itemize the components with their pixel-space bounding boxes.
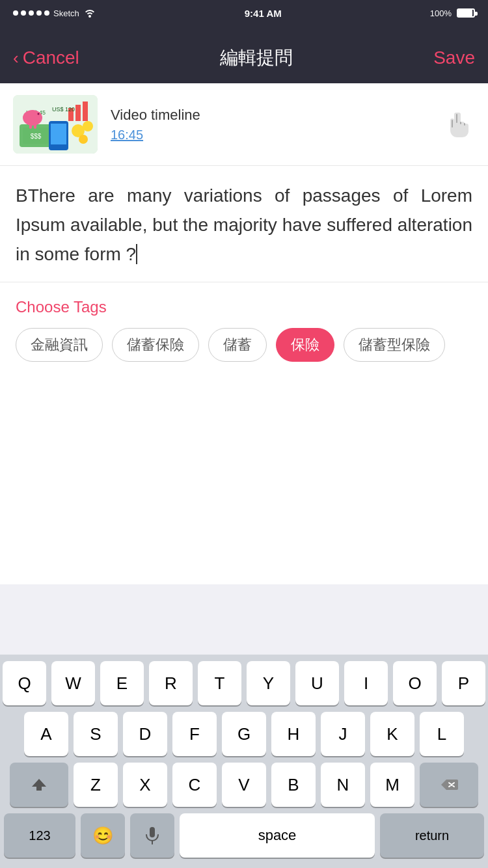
hand-raise-icon[interactable] bbox=[442, 108, 475, 141]
key-p[interactable]: P bbox=[442, 661, 485, 705]
tags-label: Choose Tags bbox=[16, 298, 472, 316]
key-i[interactable]: I bbox=[344, 661, 388, 705]
key-j[interactable]: J bbox=[321, 712, 365, 756]
key-u[interactable]: U bbox=[295, 661, 339, 705]
key-l[interactable]: L bbox=[420, 712, 464, 756]
key-b[interactable]: B bbox=[271, 763, 316, 807]
signal-dots bbox=[13, 10, 49, 16]
keyboard-row-2: A S D F G H J K L bbox=[3, 712, 485, 756]
tags-section: Choose Tags 金融資訊 儲蓄保險 儲蓄 保險 儲蓄型保險 bbox=[0, 282, 488, 377]
status-left: Sketch bbox=[13, 7, 96, 20]
video-thumbnail: $$$ US$ 45 US$ 120 bbox=[13, 95, 98, 154]
svg-rect-18 bbox=[34, 124, 36, 129]
save-button[interactable]: Save bbox=[433, 47, 475, 68]
space-key[interactable]: space bbox=[180, 813, 375, 858]
key-t[interactable]: T bbox=[198, 661, 241, 705]
svg-point-8 bbox=[79, 135, 88, 144]
time-display: 9:41 AM bbox=[245, 8, 282, 19]
video-timestamp[interactable]: 16:45 bbox=[111, 128, 429, 142]
status-right: 100% bbox=[430, 8, 475, 18]
key-r[interactable]: R bbox=[149, 661, 193, 705]
video-info: Video timeline 16:45 bbox=[111, 107, 429, 142]
video-title: Video timeline bbox=[111, 107, 429, 124]
key-f[interactable]: F bbox=[172, 712, 217, 756]
svg-point-7 bbox=[83, 121, 93, 131]
key-y[interactable]: Y bbox=[247, 661, 290, 705]
svg-text:US$ 120: US$ 120 bbox=[52, 106, 75, 113]
key-x[interactable]: X bbox=[123, 763, 167, 807]
key-123[interactable]: 123 bbox=[4, 813, 75, 858]
page-title: 編輯提問 bbox=[220, 46, 293, 70]
shift-key[interactable] bbox=[10, 763, 68, 807]
backspace-key[interactable] bbox=[420, 763, 478, 807]
wifi-icon bbox=[83, 7, 96, 20]
key-q[interactable]: Q bbox=[3, 661, 46, 705]
key-w[interactable]: W bbox=[51, 661, 95, 705]
key-e[interactable]: E bbox=[100, 661, 144, 705]
content-area: $$$ US$ 45 US$ 120 bbox=[0, 83, 488, 584]
question-area[interactable]: BThere are many variations of passages o… bbox=[0, 166, 488, 282]
key-emoji[interactable]: 😊 bbox=[81, 813, 125, 858]
tag-item-0[interactable]: 金融資訊 bbox=[16, 328, 103, 362]
key-z[interactable]: Z bbox=[74, 763, 118, 807]
svg-point-14 bbox=[23, 110, 42, 126]
key-n[interactable]: N bbox=[321, 763, 365, 807]
svg-rect-11 bbox=[83, 102, 88, 121]
chevron-left-icon: ‹ bbox=[13, 48, 19, 68]
battery-icon bbox=[457, 8, 475, 18]
nav-bar: ‹ Cancel 編輯提問 Save bbox=[0, 26, 488, 83]
svg-point-16 bbox=[38, 113, 40, 115]
question-text[interactable]: BThere are many variations of passages o… bbox=[16, 182, 472, 269]
tag-item-2[interactable]: 儲蓄 bbox=[208, 328, 267, 362]
svg-rect-10 bbox=[75, 105, 81, 121]
keyboard-row-4: 123 😊 space return bbox=[3, 813, 485, 858]
tag-item-3[interactable]: 保險 bbox=[276, 328, 334, 362]
tag-item-1[interactable]: 儲蓄保險 bbox=[112, 328, 199, 362]
svg-text:$$$: $$$ bbox=[31, 133, 42, 140]
svg-rect-5 bbox=[51, 124, 66, 144]
tags-row: 金融資訊 儲蓄保險 儲蓄 保險 儲蓄型保險 bbox=[16, 328, 472, 362]
key-s[interactable]: S bbox=[74, 712, 118, 756]
keyboard-row-1: Q W E R T Y U I O P bbox=[3, 661, 485, 705]
key-h[interactable]: H bbox=[271, 712, 316, 756]
video-card[interactable]: $$$ US$ 45 US$ 120 bbox=[0, 83, 488, 166]
key-k[interactable]: K bbox=[370, 712, 414, 756]
cancel-label: Cancel bbox=[23, 47, 79, 68]
carrier-label: Sketch bbox=[53, 8, 79, 18]
cancel-button[interactable]: ‹ Cancel bbox=[13, 47, 79, 68]
key-a[interactable]: A bbox=[24, 712, 68, 756]
status-bar: Sketch 9:41 AM 100% bbox=[0, 0, 488, 26]
return-key[interactable]: return bbox=[380, 813, 484, 858]
key-o[interactable]: O bbox=[393, 661, 437, 705]
key-d[interactable]: D bbox=[123, 712, 167, 756]
keyboard-row-3: Z X C V B N M bbox=[3, 763, 485, 807]
tag-item-4[interactable]: 儲蓄型保險 bbox=[344, 328, 445, 362]
key-m[interactable]: M bbox=[370, 763, 414, 807]
svg-rect-17 bbox=[29, 124, 32, 129]
keyboard: Q W E R T Y U I O P A S D F G H J K L Z … bbox=[0, 655, 488, 868]
key-c[interactable]: C bbox=[172, 763, 217, 807]
key-mic[interactable] bbox=[130, 813, 174, 858]
text-cursor bbox=[136, 244, 137, 264]
key-g[interactable]: G bbox=[222, 712, 266, 756]
battery-percent: 100% bbox=[430, 8, 452, 18]
svg-rect-19 bbox=[150, 827, 155, 837]
key-v[interactable]: V bbox=[222, 763, 266, 807]
